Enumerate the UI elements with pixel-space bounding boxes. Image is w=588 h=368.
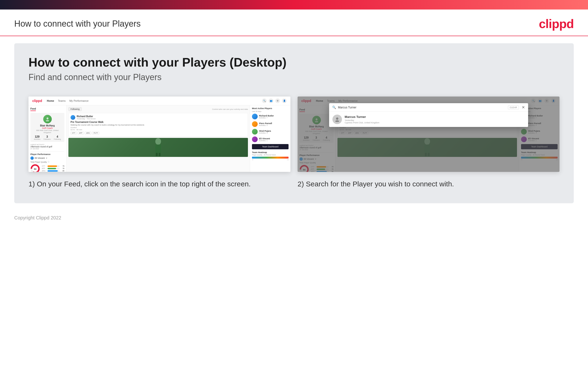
close-icon[interactable]: ✕ [522,105,525,110]
step-2-text: 2) Search for the Player you wish to con… [298,179,560,189]
search-bar-row: 🔍 Marcus Turner CLEAR ✕ [329,103,528,112]
svg-point-5 [155,138,161,145]
following-btn-1[interactable]: Following [68,107,82,111]
result-avatar [332,115,342,124]
result-info: Marcus Turner Yesterday Cypress Point Cl… [345,115,379,124]
stat-followers-1: 3 Followers [44,135,51,140]
header: How to connect with your Players clippd [0,9,588,36]
activity-card-1: Richard Butler Yesterday · The Grove Pre… [68,113,248,137]
profile-name-1: Blair McHarg [32,124,62,127]
footer: Copyright Clippd 2022 [0,210,588,225]
app-content-1: Feed Blair McHarg Golf Coach Mill Ride G… [28,105,290,172]
app-mockup-1: clippd Home Teams My Performance 🔍 👥 ⚙ 👤 [28,97,290,172]
bar-arg-1: ARG 84 [42,170,64,172]
team-heatmap-1: Team Heatmap Player Quality · 20 Round T… [252,151,289,160]
svg-rect-6 [155,145,161,153]
control-link-1[interactable]: Control who can see your activity and da… [212,108,248,110]
player-select-1[interactable]: Eli Vincent ▼ [30,156,64,160]
people-icon-1[interactable]: 👥 [269,98,273,103]
logo: clippd [539,17,574,31]
screenshot-1: clippd Home Teams My Performance 🔍 👥 ⚙ 👤 [28,97,290,172]
search-query[interactable]: Marcus Turner [338,106,506,109]
result-meta2: Cypress Point Club, United Kingdom [345,121,379,124]
search-result[interactable]: Marcus Turner Yesterday Cypress Point Cl… [329,112,528,127]
player-3-1: Hiral Pujara Activities: 3 [252,129,289,135]
heatmap-bar-1 [252,157,289,158]
screenshots-row: clippd Home Teams My Performance 🔍 👥 ⚙ 👤 [28,97,560,172]
player-avatar-2-1 [252,121,258,127]
profile-card-1: Blair McHarg Golf Coach Mill Ride Golf C… [30,113,64,142]
donut-chart-1: 84 [30,164,40,172]
heatmap-scale-1: -5 +5 [252,159,289,160]
screenshot-2: clippd Home Teams My Performance 🔍 👥 ⚙ 👤 [298,97,560,172]
nav-icons-1: 🔍 👥 ⚙ 👤 [262,98,287,103]
profile-role-1: Golf Coach [32,127,62,129]
svg-rect-7 [156,153,158,156]
step-1-text: 1) On your Feed, click on the search ico… [28,179,290,189]
app-nav-1: clippd Home Teams My Performance 🔍 👥 ⚙ 👤 [28,97,290,105]
stat-following-1: 4 Following [54,135,61,140]
svg-text:84: 84 [34,168,36,170]
latest-activity-1: Latest Activity Afternoon round of golf … [30,144,64,149]
nav-home-1[interactable]: Home [47,99,54,102]
player-avatar-1-1 [252,114,258,119]
page-title: How to connect with your Players [14,19,140,29]
profile-avatar-1 [43,115,52,123]
search-icon-overlay: 🔍 [332,106,336,109]
badge-putt-1: PUTT [92,132,99,134]
avatar-icon-1[interactable]: 👤 [282,98,287,103]
svg-point-18 [336,118,338,120]
result-name: Marcus Turner [345,115,379,119]
right-panel-1: Most Active Players Last 30 days Richard… [250,105,290,172]
app-logo-1: clippd [32,99,42,103]
steps-row: 1) On your Feed, click on the search ico… [28,179,560,189]
badge-ott-1: OTT [70,132,77,134]
quality-row-1: Total Player Quality ⓘ [30,161,64,163]
top-bar [0,0,588,9]
duration-1: Duration 02 hr : 00 min [70,127,246,131]
profile-stats-1: 129 Activities 3 Followers 4 Following [32,135,62,140]
search-icon-1[interactable]: 🔍 [262,98,267,103]
result-meta1: Yesterday [345,119,379,121]
player-performance-1: Player Performance Eli Vincent ▼ Total P… [30,151,64,172]
clear-button[interactable]: CLEAR [508,106,519,109]
svg-point-1 [46,120,49,121]
badge-row-1: OTT APP ARG PUTT [70,132,246,134]
bar-ott-1: OTT 79 [42,165,64,167]
team-dashboard-btn-1[interactable]: Team Dashboard [252,144,289,149]
nav-teams-1[interactable]: Teams [58,99,66,102]
svg-rect-8 [159,153,160,156]
copyright: Copyright Clippd 2022 [14,215,61,220]
donut-container-1: 84 OTT 79 APP [30,164,64,172]
player-2-1: Piers Parnell Activities: 4 [252,121,289,127]
stat-activities-1: 129 Activities [34,135,41,140]
sidebar-1: Feed Blair McHarg Golf Coach Mill Ride G… [28,105,67,172]
dropdown-arrow-1: ▼ [46,157,47,159]
nav-links-1: Home Teams My Performance [47,99,257,102]
player-avatar-4-1 [252,137,258,142]
golf-image-1 [68,138,248,157]
main-heading: How to connect with your Players (Deskto… [28,55,560,69]
player-avatar-3-1 [252,129,258,135]
nav-performance-1[interactable]: My Performance [69,99,88,102]
profile-club-1: Mill Ride Golf Club, United Kingdom [32,129,62,134]
badge-app-1: APP [78,132,84,134]
svg-point-0 [46,118,48,119]
settings-icon-1[interactable]: ⚙ [275,98,280,103]
feed-tab-1[interactable]: Feed [30,107,36,111]
following-row-1: Following Control who can see your activ… [68,107,248,111]
player-1-1: Richard Butler Activities: 7 [252,114,289,119]
player-4-1: Eli Vincent Activities: 1 [252,137,289,142]
search-overlay: 🔍 Marcus Turner CLEAR ✕ Marcus Turner Ye… [329,103,528,127]
main-content: How to connect with your Players (Deskto… [14,43,574,203]
activity-card-header-1: Richard Butler Yesterday · The Grove [70,115,246,120]
svg-point-19 [335,120,339,122]
bar-app-1: APP 70 [42,168,64,169]
main-subheading: Find and connect with your Players [28,72,560,82]
badge-arg-1: ARG [85,132,91,134]
app-mockup-wrapper-2: clippd Home Teams My Performance 🔍 👥 ⚙ 👤 [298,97,560,172]
bars-area-1: OTT 79 APP 70 [42,165,64,172]
feed-panel-1: Following Control who can see your activ… [67,105,250,172]
